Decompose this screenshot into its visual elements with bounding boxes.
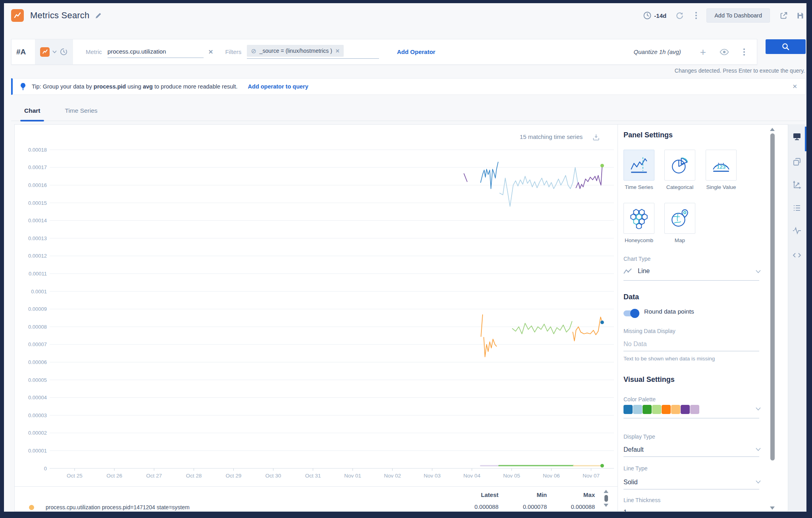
svg-text:0.00005: 0.00005 bbox=[28, 377, 47, 383]
history-icon[interactable] bbox=[60, 48, 68, 56]
svg-text:0.00016: 0.00016 bbox=[28, 182, 47, 188]
panel-type-honeycomb[interactable]: Honeycomb bbox=[623, 203, 654, 243]
metric-input-value: process.cpu.utilization bbox=[108, 48, 166, 55]
scroll-up-icon[interactable] bbox=[770, 128, 775, 131]
settings-scrollbar[interactable] bbox=[769, 125, 775, 512]
add-query-plus-icon[interactable]: + bbox=[700, 47, 706, 57]
page-title: Metrics Search bbox=[30, 10, 90, 21]
filters-field-label: Filters bbox=[225, 48, 241, 55]
filters-input[interactable]: ⊘ _source = (linux/hostmetrics ) ✕ bbox=[247, 45, 379, 59]
axes-icon[interactable] bbox=[792, 180, 802, 190]
svg-text:Oct 30: Oct 30 bbox=[266, 473, 281, 479]
panel-type-categorical[interactable]: Categorical bbox=[664, 150, 695, 190]
query-row: #A Metric process.cpu.utilization ✕ Filt… bbox=[11, 39, 757, 65]
tab-time-series[interactable]: Time Series bbox=[61, 107, 101, 121]
add-to-dashboard-button[interactable]: Add To Dashboard bbox=[706, 8, 770, 23]
svg-text:0.00002: 0.00002 bbox=[28, 430, 47, 436]
chart-type-chevron-icon[interactable] bbox=[756, 270, 761, 273]
app-window: Metrics Search -14d Add To Dashboard #A bbox=[0, 0, 812, 518]
panel-type-time-series[interactable]: Time Series bbox=[623, 150, 654, 190]
line-type-chevron-icon[interactable] bbox=[756, 480, 761, 483]
main-content: 15 matching time series 00.000010.000020… bbox=[14, 124, 788, 512]
right-tool-strip bbox=[788, 124, 806, 512]
svg-text:0.0001: 0.0001 bbox=[31, 289, 47, 295]
line-thickness-input[interactable]: 1 bbox=[623, 509, 627, 512]
code-icon[interactable] bbox=[792, 250, 802, 260]
save-icon[interactable] bbox=[796, 12, 804, 20]
edit-pencil-icon[interactable] bbox=[94, 12, 102, 19]
legend-scrollbar[interactable] bbox=[603, 490, 609, 510]
time-range-value[interactable]: -14d bbox=[654, 12, 666, 19]
changes-notice: Changes detected. Press Enter to execute… bbox=[675, 67, 805, 74]
app-header: Metrics Search -14d Add To Dashboard bbox=[4, 3, 806, 28]
refresh-icon[interactable] bbox=[675, 11, 684, 20]
palette-swatch bbox=[623, 405, 633, 414]
chart-type-value: Line bbox=[638, 268, 650, 275]
chart-type-select[interactable]: Line bbox=[623, 268, 761, 275]
svg-text:Oct 29: Oct 29 bbox=[226, 473, 242, 479]
time-range-clock-icon[interactable] bbox=[643, 11, 652, 20]
legend-scroll-thumb[interactable] bbox=[604, 495, 608, 502]
filter-chip[interactable]: ⊘ _source = (linux/hostmetrics ) ✕ bbox=[247, 45, 344, 57]
display-type-select[interactable]: Default bbox=[623, 446, 644, 453]
legend-max-value: 0.000088 bbox=[571, 504, 595, 510]
visibility-eye-icon[interactable] bbox=[720, 49, 729, 55]
svg-text:0.00015: 0.00015 bbox=[28, 200, 47, 206]
palette-swatch bbox=[652, 405, 661, 414]
honeycomb-tile-icon bbox=[628, 208, 650, 229]
svg-text:0: 0 bbox=[44, 466, 47, 472]
svg-text:0.00013: 0.00013 bbox=[28, 235, 47, 241]
missing-data-input[interactable]: No Data bbox=[623, 341, 647, 348]
legend-scroll-up-icon[interactable] bbox=[604, 490, 608, 493]
panel-settings-title: Panel Settings bbox=[623, 131, 673, 139]
tab-chart[interactable]: Chart bbox=[20, 107, 44, 121]
share-icon[interactable] bbox=[779, 11, 788, 20]
color-palette-chevron-icon[interactable] bbox=[756, 407, 761, 410]
query-type-selector[interactable] bbox=[35, 39, 73, 64]
svg-text:Nov 02: Nov 02 bbox=[384, 473, 401, 479]
line-chart-type-icon bbox=[623, 268, 632, 274]
pulse-icon[interactable] bbox=[792, 226, 802, 235]
display-type-chevron-icon[interactable] bbox=[756, 448, 761, 451]
scroll-thumb[interactable] bbox=[770, 133, 775, 460]
view-tabs: Chart Time Series bbox=[11, 102, 806, 121]
filter-chip-remove-icon[interactable]: ✕ bbox=[335, 48, 340, 54]
color-palette-select[interactable] bbox=[623, 405, 699, 414]
palette-swatch bbox=[690, 405, 699, 414]
chart-legend: Latest Min Max process.cpu.utilization p… bbox=[15, 486, 618, 512]
display-settings-icon[interactable] bbox=[792, 132, 802, 141]
header-kebab-menu-icon[interactable] bbox=[694, 10, 698, 21]
time-series-tile-icon bbox=[628, 154, 650, 176]
metric-clear-icon[interactable]: ✕ bbox=[208, 48, 214, 56]
svg-text:123: 123 bbox=[717, 164, 726, 170]
svg-text:0.00008: 0.00008 bbox=[28, 324, 47, 330]
add-operator-link[interactable]: Add Operator bbox=[397, 48, 435, 55]
palette-swatch bbox=[643, 405, 652, 414]
panel-type-map[interactable]: Map bbox=[664, 203, 695, 243]
panel-type-single-value[interactable]: 123 Single Value bbox=[706, 150, 737, 190]
panels-icon[interactable] bbox=[792, 157, 802, 167]
query-row-actions: Quantize 1h (avg) + bbox=[634, 47, 757, 57]
metric-field-label: Metric bbox=[86, 48, 102, 55]
time-series-chart[interactable]: 00.000010.000020.000030.000040.000050.00… bbox=[15, 125, 618, 486]
svg-text:0.00017: 0.00017 bbox=[28, 164, 47, 170]
lightbulb-icon bbox=[20, 83, 26, 91]
svg-text:0.00003: 0.00003 bbox=[28, 412, 47, 418]
tip-text: Tip: Group your data by process.pid usin… bbox=[32, 83, 238, 90]
palette-swatch bbox=[681, 405, 690, 414]
chevron-down-icon bbox=[52, 50, 57, 53]
tip-add-operator-link[interactable]: Add operator to query bbox=[248, 83, 308, 90]
svg-text:Oct 27: Oct 27 bbox=[146, 473, 162, 479]
quantize-label[interactable]: Quantize 1h (avg) bbox=[634, 48, 681, 55]
legend-scroll-down-icon[interactable] bbox=[604, 504, 608, 507]
missing-data-help: Text to be shown when data is missing bbox=[623, 356, 715, 362]
metric-input[interactable]: process.cpu.utilization bbox=[108, 46, 204, 58]
svg-text:Oct 31: Oct 31 bbox=[305, 473, 321, 479]
query-kebab-menu-icon[interactable] bbox=[742, 47, 747, 57]
tip-close-icon[interactable]: ✕ bbox=[792, 83, 797, 90]
list-icon[interactable] bbox=[792, 203, 802, 213]
search-button[interactable] bbox=[766, 39, 806, 54]
scroll-down-icon[interactable] bbox=[770, 506, 775, 510]
line-type-select[interactable]: Solid bbox=[623, 479, 638, 486]
round-data-points-toggle[interactable] bbox=[623, 310, 639, 316]
